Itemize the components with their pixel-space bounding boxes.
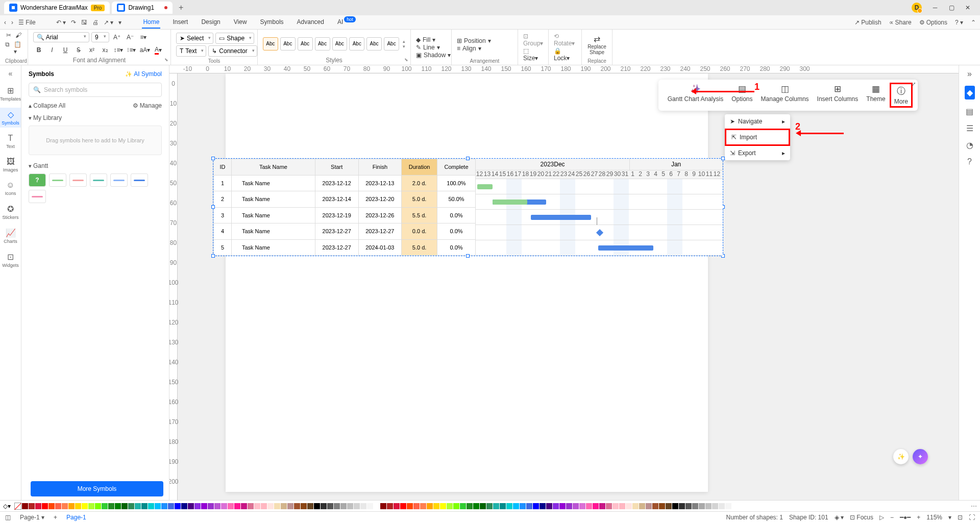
collapse-all-button[interactable]: ▴ Collapse All: [29, 102, 65, 109]
color-swatch[interactable]: [340, 503, 347, 509]
app-tab[interactable]: Wondershare EdrawMax Pro: [4, 2, 110, 14]
color-swatch[interactable]: [526, 503, 532, 509]
color-swatch[interactable]: [566, 503, 572, 509]
sidebar-text[interactable]: TText: [0, 132, 21, 151]
line-spacing-button[interactable]: ↕≡▾: [113, 44, 124, 56]
dd-export[interactable]: ⇲ Export▸: [725, 146, 790, 160]
layers-icon[interactable]: ◈ ▾: [835, 514, 844, 521]
color-swatch[interactable]: [632, 503, 639, 509]
color-swatch[interactable]: [327, 503, 333, 509]
color-swatch[interactable]: [420, 503, 426, 509]
color-swatch[interactable]: [48, 503, 55, 509]
color-swatch[interactable]: [287, 503, 293, 509]
fit-page-button[interactable]: ⊡: [958, 514, 963, 521]
add-page-button[interactable]: +: [54, 514, 57, 521]
table-row[interactable]: 2Task Name2023-12-142023-12-205.0 d.50.0…: [214, 191, 476, 208]
color-swatch[interactable]: [102, 503, 108, 509]
color-swatch[interactable]: [732, 503, 738, 509]
page[interactable]: [226, 73, 708, 492]
color-swatch[interactable]: [513, 503, 519, 509]
sidebar-icons[interactable]: ☺Icons: [0, 179, 21, 198]
color-swatch[interactable]: [261, 503, 267, 509]
rb-layers[interactable]: ☰: [966, 123, 973, 133]
color-swatch[interactable]: [606, 503, 612, 509]
color-swatch[interactable]: [493, 503, 499, 509]
table-row[interactable]: 1Task Name2023-12-122023-12-132.0 d.100.…: [214, 175, 476, 191]
color-swatch[interactable]: [467, 503, 473, 509]
fill-button[interactable]: ◆ Fill ▾: [416, 36, 435, 43]
more-colors-icon[interactable]: ⋯: [971, 503, 977, 510]
color-swatch[interactable]: [712, 503, 718, 509]
tab-home[interactable]: Home: [142, 16, 160, 29]
style-7[interactable]: Abc: [366, 37, 382, 51]
increase-font-button[interactable]: A⁺: [111, 32, 122, 43]
page-select[interactable]: Page-1 ▾: [16, 513, 48, 522]
color-swatch[interactable]: [214, 503, 220, 509]
redo-button[interactable]: ↷: [71, 19, 76, 26]
more-quick-button[interactable]: ▾: [118, 19, 121, 26]
bullets-button[interactable]: ⁝≡▾: [126, 44, 137, 56]
collapse-ribbon-button[interactable]: ⌃: [971, 19, 976, 26]
focus-button[interactable]: ⊡ Focus: [850, 514, 873, 521]
color-swatch[interactable]: [407, 503, 413, 509]
minimize-button[interactable]: ─: [927, 1, 943, 15]
color-swatch[interactable]: [221, 503, 227, 509]
color-swatch[interactable]: [148, 503, 154, 509]
color-swatch[interactable]: [82, 503, 88, 509]
color-swatch[interactable]: [267, 503, 274, 509]
gantt-shape-5[interactable]: [131, 173, 148, 187]
color-swatch[interactable]: [301, 503, 307, 509]
rb-history[interactable]: ◔: [966, 140, 973, 150]
my-library-header[interactable]: ▾ My Library: [29, 114, 162, 121]
color-swatch[interactable]: [321, 503, 327, 509]
color-swatch[interactable]: [533, 503, 539, 509]
style-1[interactable]: Abc: [263, 37, 278, 51]
color-swatch[interactable]: [68, 503, 75, 509]
table-row[interactable]: 3Task Name2023-12-192023-12-265.5 d.0.0%: [214, 207, 476, 223]
manage-button[interactable]: ⚙ Manage: [133, 102, 162, 109]
gantt-analysis-button[interactable]: ✨Gantt Chart Analysis: [664, 83, 727, 108]
new-tab-button[interactable]: +: [175, 1, 187, 14]
ai-symbol-button[interactable]: ✨ AI Symbol: [125, 70, 162, 78]
replace-shape-button[interactable]: ⇄ Replace Shape: [587, 32, 607, 57]
color-swatch[interactable]: [188, 503, 194, 509]
style-4[interactable]: Abc: [315, 37, 330, 51]
gantt-shape-6[interactable]: [29, 190, 46, 203]
select-tool[interactable]: ➤ Select: [176, 33, 213, 44]
font-size-select[interactable]: 9: [91, 32, 109, 42]
zoom-slider[interactable]: ━●━: [900, 514, 911, 521]
gantt-shape-2[interactable]: [69, 173, 87, 187]
color-swatch[interactable]: [367, 503, 373, 509]
color-swatch[interactable]: [95, 503, 101, 509]
color-swatch[interactable]: [705, 503, 712, 509]
gantt-options-button[interactable]: ▤Options: [727, 83, 756, 108]
color-swatch[interactable]: [433, 503, 439, 509]
color-swatch[interactable]: [659, 503, 665, 509]
color-swatch[interactable]: [128, 503, 134, 509]
color-swatch[interactable]: [208, 503, 214, 509]
color-swatch[interactable]: [380, 503, 386, 509]
color-swatch[interactable]: [168, 503, 174, 509]
color-swatch[interactable]: [646, 503, 652, 509]
underline-button[interactable]: U: [60, 44, 71, 56]
zoom-dropdown[interactable]: ▾: [948, 514, 951, 521]
color-swatch[interactable]: [679, 503, 685, 509]
strike-button[interactable]: S̶: [73, 44, 84, 56]
maximize-button[interactable]: ▢: [943, 1, 960, 15]
fullscreen-button[interactable]: ⛶: [969, 514, 975, 521]
color-swatch[interactable]: [201, 503, 207, 509]
search-input[interactable]: 🔍 Search symbols: [29, 83, 162, 97]
style-6[interactable]: Abc: [349, 37, 364, 51]
theme-button[interactable]: ▦Theme: [862, 83, 889, 108]
tab-design[interactable]: Design: [200, 16, 221, 29]
style-3[interactable]: Abc: [298, 37, 313, 51]
color-swatch[interactable]: [347, 503, 353, 509]
text-tool[interactable]: T Text: [176, 45, 206, 57]
color-swatch[interactable]: [440, 503, 446, 509]
color-swatch[interactable]: [248, 503, 254, 509]
print-button[interactable]: 🖨: [92, 19, 99, 26]
color-swatch[interactable]: [75, 503, 81, 509]
color-swatch[interactable]: [400, 503, 406, 509]
color-swatch[interactable]: [55, 503, 61, 509]
color-swatch[interactable]: [725, 503, 731, 509]
